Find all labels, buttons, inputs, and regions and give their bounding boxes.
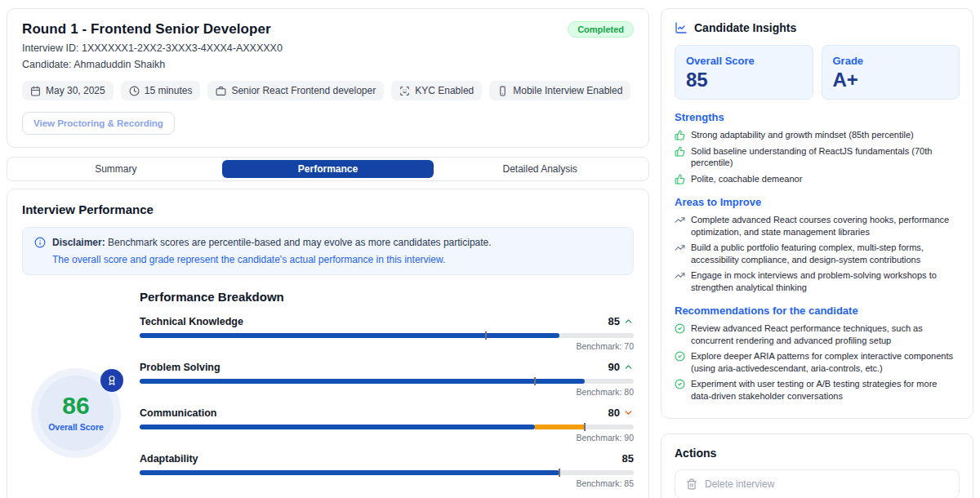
tab-performance[interactable]: Performance <box>222 160 434 178</box>
meta-badge: Senior React Frontend developer <box>207 81 384 100</box>
strength-item: Solid baseline understanding of ReactJS … <box>675 145 960 169</box>
recommendation-item: Review advanced React performance techni… <box>675 322 960 346</box>
strength-text: Strong adaptability and growth mindset (… <box>691 129 914 141</box>
metric-row: Communication 80 <box>140 407 634 442</box>
metric-row: Technical Knowledge 85 <box>140 315 634 351</box>
title-row: Round 1 - Frontend Senior Developer Comp… <box>22 21 634 38</box>
metric-bar <box>140 470 634 475</box>
recommendations-list: Review advanced React performance techni… <box>675 322 960 402</box>
interview-header-card: Round 1 - Frontend Senior Developer Comp… <box>7 8 649 148</box>
calendar-icon <box>30 86 41 96</box>
badge-row: May 30, 2025 15 minutes Senior React Fro… <box>22 81 634 100</box>
info-icon <box>34 237 46 248</box>
tab-summary[interactable]: Summary <box>10 160 222 178</box>
trending-up-icon <box>675 270 685 281</box>
meta-badge-label: May 30, 2025 <box>46 85 105 96</box>
metric-label: Technical Knowledge <box>140 316 243 327</box>
improvement-text: Engage in mock interviews and problem-so… <box>691 269 960 293</box>
tab-label: Summary <box>95 163 136 175</box>
meta-badge-label: Mobile Interview Enabled <box>513 85 622 96</box>
trending-up-icon <box>675 215 685 225</box>
delete-interview-button[interactable]: Delete interview <box>675 469 960 498</box>
grade-card: Grade A+ <box>822 45 960 100</box>
metric-score: 90 <box>608 361 620 373</box>
check-circle-icon <box>675 379 685 389</box>
strength-text: Solid baseline understanding of ReactJS … <box>691 145 960 169</box>
grade-card-label: Grade <box>833 55 949 67</box>
improvement-item: Build a public portfolio featuring compl… <box>675 242 960 265</box>
metric-bar-fill <box>140 333 559 338</box>
metric-bar-fill <box>140 470 559 475</box>
thumbs-up-icon <box>675 130 685 140</box>
trash-icon <box>686 478 697 490</box>
clock-icon <box>129 86 140 96</box>
overall-score-column: 86 Overall Score <box>22 282 130 498</box>
page: Round 1 - Frontend Senior Developer Comp… <box>0 0 980 498</box>
right-column: Candidate Insights Overall Score 85 Grad… <box>661 8 973 490</box>
improvement-item: Complete advanced React courses covering… <box>675 214 960 238</box>
recommendation-text: Experiment with user testing or A/B test… <box>691 378 960 402</box>
page-title: Round 1 - Frontend Senior Developer <box>22 21 271 38</box>
disclaimer-line2: The overall score and grade represent th… <box>52 254 621 265</box>
chart-line-icon <box>675 21 688 34</box>
tab-detailed-analysis[interactable]: Detailed Analysis <box>434 160 646 178</box>
meta-badge-label: Senior React Frontend developer <box>231 85 376 96</box>
overall-score-card-label: Overall Score <box>686 55 802 67</box>
metric-label: Communication <box>140 407 216 419</box>
strengths-heading: Strengths <box>675 111 960 123</box>
recommendation-item: Experiment with user testing or A/B test… <box>675 378 960 402</box>
delete-interview-label: Delete interview <box>705 478 774 490</box>
improvement-text: Complete advanced React courses covering… <box>691 214 960 238</box>
metric-score: 85 <box>622 452 634 465</box>
check-circle-icon <box>675 351 685 362</box>
disclaimer-line1: Disclaimer: Benchmark scores are percent… <box>52 237 492 248</box>
thumbs-up-icon <box>675 146 685 157</box>
meta-badge: May 30, 2025 <box>22 81 114 100</box>
thumbs-up-icon <box>675 174 685 185</box>
smartphone-icon <box>497 86 508 96</box>
overall-score-value: 86 <box>62 394 89 418</box>
strength-item: Strong adaptability and growth mindset (… <box>675 129 960 141</box>
recommendation-item: Explore deeper ARIA patterns for complex… <box>675 350 960 374</box>
strengths-list: Strong adaptability and growth mindset (… <box>675 129 960 185</box>
overall-score-card: Overall Score 85 <box>675 45 813 100</box>
overall-score-label: Overall Score <box>48 422 104 432</box>
candidate-insights-title: Candidate Insights <box>694 21 796 34</box>
benchmark-tick <box>584 423 586 431</box>
areas-to-improve-heading: Areas to Improve <box>675 196 960 208</box>
metric-score: 80 <box>608 407 620 419</box>
strength-text: Polite, coachable demeanor <box>691 173 802 185</box>
left-column: Round 1 - Frontend Senior Developer Comp… <box>7 8 649 490</box>
face-scan-icon <box>399 86 410 96</box>
actions-title: Actions <box>675 447 960 460</box>
recommendations-heading: Recommendations for the candidate <box>675 305 960 317</box>
benchmark-label: Benchmark: 90 <box>140 433 634 442</box>
metric-row: Problem Solving 90 <box>140 361 634 397</box>
benchmark-tick <box>534 377 536 385</box>
interview-performance-card: Interview Performance Disclaimer: Benchm… <box>7 189 649 498</box>
status-badge: Completed <box>568 21 634 38</box>
metric-bar-fill <box>140 425 535 429</box>
trend-up-icon <box>623 316 634 327</box>
tab-label: Detailed Analysis <box>502 163 577 175</box>
metric-bar <box>140 333 634 338</box>
metric-score: 85 <box>608 315 620 327</box>
candidate-insights-card: Candidate Insights Overall Score 85 Grad… <box>661 8 973 419</box>
trend-down-icon <box>623 407 634 418</box>
metrics-column: Performance Breakdown Technical Knowledg… <box>130 282 634 498</box>
performance-breakdown-title: Performance Breakdown <box>140 290 634 304</box>
improvement-item: Engage in mock interviews and problem-so… <box>675 269 960 293</box>
view-proctoring-button[interactable]: View Proctoring & Recording <box>22 112 175 135</box>
metric-bar <box>140 379 634 384</box>
tab-label: Performance <box>298 163 358 175</box>
grade-card-value: A+ <box>833 70 949 90</box>
meta-badge-label: KYC Enabled <box>415 85 474 96</box>
metric-label: Adaptability <box>140 453 198 465</box>
areas-to-improve-list: Complete advanced React courses covering… <box>675 214 960 293</box>
benchmark-label: Benchmark: 80 <box>140 387 634 397</box>
benchmark-label: Benchmark: 85 <box>140 478 634 488</box>
meta-badge: Mobile Interview Enabled <box>489 81 630 100</box>
benchmark-tick <box>485 331 487 340</box>
award-icon <box>100 369 123 392</box>
metric-bar-fill <box>140 379 585 384</box>
